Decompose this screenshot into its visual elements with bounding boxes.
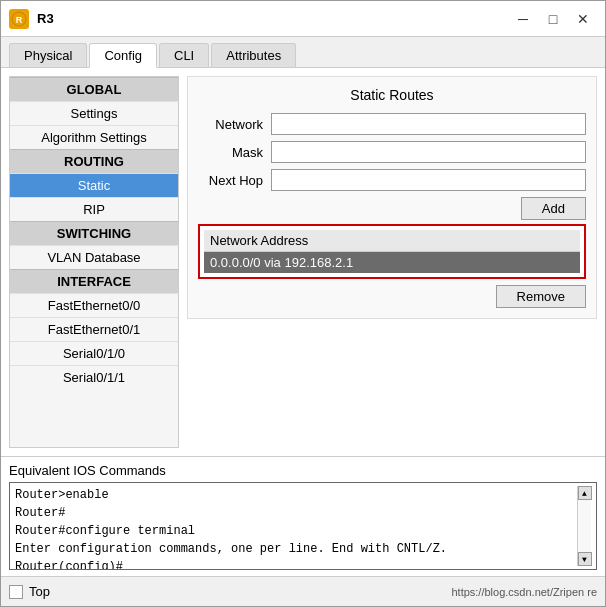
equiv-label: Equivalent IOS Commands	[9, 463, 597, 478]
top-label: Top	[29, 584, 50, 599]
footer-url: https://blog.csdn.net/Zripen re	[451, 586, 597, 598]
cli-text: Router>enableRouter#Router#configure ter…	[15, 486, 577, 566]
mask-row: Mask	[198, 141, 586, 163]
sidebar-item-algorithm-settings[interactable]: Algorithm Settings	[10, 125, 178, 149]
sidebar-section-interface: INTERFACE	[10, 269, 178, 293]
sidebar-item-rip[interactable]: RIP	[10, 197, 178, 221]
top-checkbox[interactable]	[9, 585, 23, 599]
bottom-area: Equivalent IOS Commands Router>enableRou…	[1, 456, 605, 576]
cli-box: Router>enableRouter#Router#configure ter…	[9, 482, 597, 570]
add-btn-row: Add	[198, 197, 586, 220]
network-input[interactable]	[271, 113, 586, 135]
title-bar: R R3 ─ □ ✕	[1, 1, 605, 37]
mask-label: Mask	[198, 145, 263, 160]
sidebar-section-global: GLOBAL	[10, 77, 178, 101]
network-row: Network	[198, 113, 586, 135]
nexthop-row: Next Hop	[198, 169, 586, 191]
network-label: Network	[198, 117, 263, 132]
app-icon: R	[9, 9, 29, 29]
remove-btn-row: Remove	[198, 285, 586, 308]
tab-bar: Physical Config CLI Attributes	[1, 37, 605, 68]
sidebar-item-fe00[interactable]: FastEthernet0/0	[10, 293, 178, 317]
sidebar-item-s010[interactable]: Serial0/1/0	[10, 341, 178, 365]
nexthop-input[interactable]	[271, 169, 586, 191]
sidebar-section-routing: ROUTING	[10, 149, 178, 173]
right-panel: Static Routes Network Mask Next Hop Add	[187, 76, 597, 448]
mask-input[interactable]	[271, 141, 586, 163]
window-title: R3	[37, 11, 509, 26]
static-routes-title: Static Routes	[198, 87, 586, 103]
cli-scrollbar: ▲ ▼	[577, 486, 591, 566]
maximize-button[interactable]: □	[539, 8, 567, 30]
sidebar-item-fe01[interactable]: FastEthernet0/1	[10, 317, 178, 341]
scroll-up-button[interactable]: ▲	[578, 486, 592, 500]
add-button[interactable]: Add	[521, 197, 586, 220]
tab-cli[interactable]: CLI	[159, 43, 209, 67]
minimize-button[interactable]: ─	[509, 8, 537, 30]
network-table: Network Address 0.0.0.0/0 via 192.168.2.…	[198, 224, 586, 279]
scroll-down-button[interactable]: ▼	[578, 552, 592, 566]
svg-text:R: R	[16, 15, 23, 25]
table-header: Network Address	[204, 230, 580, 252]
content-area: GLOBAL Settings Algorithm Settings ROUTI…	[1, 68, 605, 456]
footer: Top https://blog.csdn.net/Zripen re	[1, 576, 605, 606]
main-window: R R3 ─ □ ✕ Physical Config CLI Attribute…	[0, 0, 606, 607]
tab-physical[interactable]: Physical	[9, 43, 87, 67]
nexthop-label: Next Hop	[198, 173, 263, 188]
footer-left: Top	[9, 584, 50, 599]
sidebar-item-settings[interactable]: Settings	[10, 101, 178, 125]
close-button[interactable]: ✕	[569, 8, 597, 30]
tab-config[interactable]: Config	[89, 43, 157, 68]
sidebar: GLOBAL Settings Algorithm Settings ROUTI…	[9, 76, 179, 448]
sidebar-section-switching: SWITCHING	[10, 221, 178, 245]
tab-attributes[interactable]: Attributes	[211, 43, 296, 67]
remove-button[interactable]: Remove	[496, 285, 586, 308]
table-row[interactable]: 0.0.0.0/0 via 192.168.2.1	[204, 252, 580, 273]
sidebar-item-s011[interactable]: Serial0/1/1	[10, 365, 178, 389]
sidebar-item-vlan-database[interactable]: VLAN Database	[10, 245, 178, 269]
scroll-track	[578, 500, 591, 552]
window-controls: ─ □ ✕	[509, 8, 597, 30]
sidebar-item-static[interactable]: Static	[10, 173, 178, 197]
sidebar-scroll[interactable]: GLOBAL Settings Algorithm Settings ROUTI…	[10, 77, 178, 447]
static-routes-section: Static Routes Network Mask Next Hop Add	[187, 76, 597, 319]
